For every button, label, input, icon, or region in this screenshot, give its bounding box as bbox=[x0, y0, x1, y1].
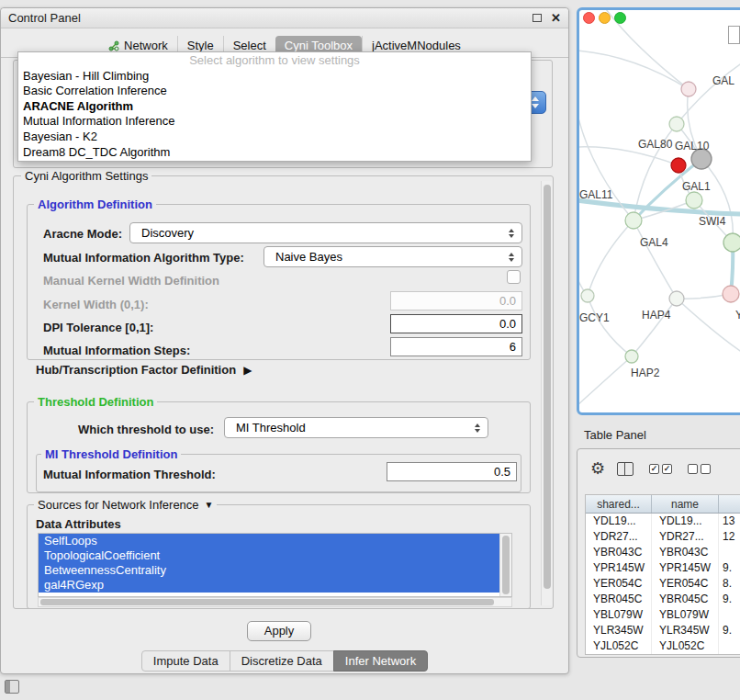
table-row[interactable]: YER054CYER054C8. bbox=[586, 576, 740, 592]
network-node[interactable] bbox=[723, 233, 740, 252]
float-window-icon[interactable] bbox=[533, 14, 542, 22]
attribute-item[interactable]: SelfLoops bbox=[39, 534, 499, 548]
network-node[interactable] bbox=[671, 158, 686, 173]
data-attributes-list[interactable]: SelfLoopsTopologicalCoefficientBetweenne… bbox=[38, 533, 512, 597]
network-node[interactable] bbox=[581, 289, 594, 302]
settings-scrollbar-thumb[interactable] bbox=[544, 185, 551, 589]
columns-icon[interactable] bbox=[617, 462, 633, 476]
deselect-all-checks-icon[interactable] bbox=[688, 464, 711, 474]
node-label: SWI4 bbox=[699, 215, 726, 228]
table-row[interactable]: YBL079WYBL079W bbox=[586, 607, 740, 623]
which-threshold-label: Which threshold to use: bbox=[78, 423, 214, 436]
table-row[interactable]: YLR345WYLR345W9. bbox=[586, 623, 740, 638]
mi-algorithm-type-select[interactable]: Naive Bayes bbox=[263, 246, 522, 267]
aracne-mode-value: Discovery bbox=[141, 226, 194, 240]
select-all-checks-icon[interactable]: ✓ ✓ bbox=[649, 464, 672, 474]
gear-icon[interactable]: ⚙ bbox=[590, 460, 605, 477]
settings-scrollbar[interactable] bbox=[541, 181, 552, 605]
panel-dock-icon[interactable] bbox=[5, 680, 19, 694]
attribute-item[interactable]: TopologicalCoefficient bbox=[39, 548, 499, 563]
node-label: GAL11 bbox=[579, 188, 613, 201]
zoom-traffic-light-icon[interactable] bbox=[614, 12, 626, 24]
algorithm-option[interactable]: Bayesian - Hill Climbing bbox=[18, 69, 531, 85]
close-traffic-light-icon[interactable] bbox=[583, 12, 595, 24]
table-cell: 9. bbox=[719, 623, 740, 638]
mi-algorithm-type-value: Naive Bayes bbox=[275, 250, 342, 264]
attribute-item[interactable]: BetweennessCentrality bbox=[39, 563, 499, 578]
algorithm-option[interactable]: Dream8 DC_TDC Algorithm bbox=[18, 145, 531, 161]
attributes-horizontal-scrollbar[interactable] bbox=[38, 597, 512, 607]
node-label: GAL bbox=[712, 74, 734, 87]
mi-algorithm-type-label: Mutual Information Algorithm Type: bbox=[43, 251, 244, 265]
column-header[interactable] bbox=[719, 495, 740, 513]
desktop: Control Panel ✕ NetworkStyleSelectCyni T… bbox=[0, 0, 740, 700]
window-traffic-lights bbox=[583, 12, 626, 24]
aracne-mode-label: Aracne Mode: bbox=[43, 227, 122, 241]
kernel-width-label: Kernel Width (0,1): bbox=[43, 298, 149, 311]
table-cell: YBL079W bbox=[586, 607, 652, 623]
bottom-tab-discretize-data[interactable]: Discretize Data bbox=[230, 650, 334, 672]
node-label: GAL80 bbox=[638, 138, 673, 151]
network-node[interactable] bbox=[625, 212, 642, 229]
network-node[interactable] bbox=[723, 286, 739, 302]
node-table: shared...name YDL19...YDL19...13YDR27...… bbox=[585, 494, 740, 655]
table-cell: YPR145W bbox=[586, 560, 652, 576]
which-threshold-select[interactable]: MI Threshold bbox=[224, 417, 488, 438]
empty-box-icon bbox=[701, 464, 711, 474]
bottom-tab-infer-network[interactable]: Infer Network bbox=[333, 650, 428, 672]
network-node[interactable] bbox=[681, 82, 696, 96]
hub-section-toggle[interactable]: Hub/Transcription Factor Definition ▶ bbox=[36, 363, 252, 377]
algorithm-option[interactable]: Bayesian - K2 bbox=[18, 130, 531, 145]
network-node[interactable] bbox=[625, 350, 638, 363]
attribute-item[interactable]: gal4RGexp bbox=[39, 578, 499, 593]
manual-kernel-width-checkbox[interactable] bbox=[507, 270, 521, 284]
tab-label: Cyni Toolbox bbox=[285, 39, 353, 52]
network-edge bbox=[579, 356, 632, 406]
attributes-scrollbar-thumb[interactable] bbox=[502, 536, 510, 594]
network-node[interactable] bbox=[686, 192, 702, 209]
apply-button[interactable]: Apply bbox=[247, 621, 311, 641]
table-row[interactable]: YBR043CYBR043C bbox=[586, 545, 740, 560]
dpi-tolerance-label: DPI Tolerance [0,1]: bbox=[43, 321, 153, 334]
table-panel-title: Table Panel bbox=[584, 428, 646, 442]
control-panel-titlebar[interactable]: Control Panel ✕ bbox=[1, 8, 568, 28]
table-cell bbox=[719, 607, 740, 623]
mi-threshold-field[interactable]: 0.5 bbox=[387, 462, 517, 481]
empty-box-icon bbox=[688, 464, 698, 474]
data-attributes-label: Data Attributes bbox=[36, 517, 121, 531]
node-label: HAP2 bbox=[631, 367, 660, 379]
table-cell: YDR27... bbox=[652, 529, 719, 545]
table-row[interactable]: YPR145WYPR145W9. bbox=[586, 560, 740, 576]
network-scrollbar-box[interactable] bbox=[728, 26, 740, 44]
combo-arrows-icon bbox=[509, 253, 514, 262]
node-label: Y bbox=[735, 309, 740, 322]
dpi-tolerance-field[interactable]: 0.0 bbox=[390, 314, 522, 333]
sources-section-toggle[interactable]: Sources for Network Inference ▼ bbox=[34, 498, 217, 512]
bottom-tab-impute-data[interactable]: Impute Data bbox=[141, 650, 230, 672]
aracne-mode-select[interactable]: Discovery bbox=[129, 222, 522, 243]
algorithm-option[interactable]: Basic Correlation Inference bbox=[18, 84, 531, 99]
close-window-icon[interactable]: ✕ bbox=[551, 12, 561, 24]
minimize-traffic-light-icon[interactable] bbox=[599, 12, 611, 24]
attributes-hscrollbar-thumb[interactable] bbox=[40, 599, 494, 605]
network-node[interactable] bbox=[669, 117, 684, 131]
mi-steps-field[interactable]: 6 bbox=[390, 337, 522, 356]
table-row[interactable]: YBR045CYBR045C9. bbox=[586, 592, 740, 607]
bottom-tabs: Impute DataDiscretize DataInfer Network bbox=[1, 650, 568, 672]
table-toolbar: ⚙ ✓ ✓ bbox=[590, 460, 711, 477]
table-row[interactable]: YDL19...YDL19...13 bbox=[586, 514, 740, 529]
table-row[interactable]: YDR27...YDR27...12 bbox=[586, 529, 740, 545]
attributes-vertical-scrollbar[interactable] bbox=[499, 534, 511, 596]
algorithm-option[interactable]: Mutual Information Inference bbox=[18, 114, 531, 130]
network-graph[interactable]: GALGAL80GAL10GAL11GAL1SWI4GAL4GCY1HAP4YH… bbox=[579, 10, 740, 412]
table-cell: YER054C bbox=[652, 576, 719, 592]
table-row[interactable]: YJL052CYJL052C bbox=[586, 638, 740, 654]
network-view-window[interactable]: GALGAL80GAL10GAL11GAL1SWI4GAL4GCY1HAP4YH… bbox=[577, 7, 740, 415]
column-header[interactable]: shared... bbox=[586, 495, 652, 513]
dropdown-placeholder: Select algorithm to view settings bbox=[18, 53, 531, 69]
network-node[interactable] bbox=[669, 291, 684, 306]
algorithm-option[interactable]: ARACNE Algorithm bbox=[18, 99, 531, 115]
table-panel-window: ⚙ ✓ ✓ shared...name YDL19...YDL19...13YD… bbox=[577, 448, 740, 658]
table-cell: YBR045C bbox=[652, 592, 719, 607]
column-header[interactable]: name bbox=[652, 495, 719, 513]
